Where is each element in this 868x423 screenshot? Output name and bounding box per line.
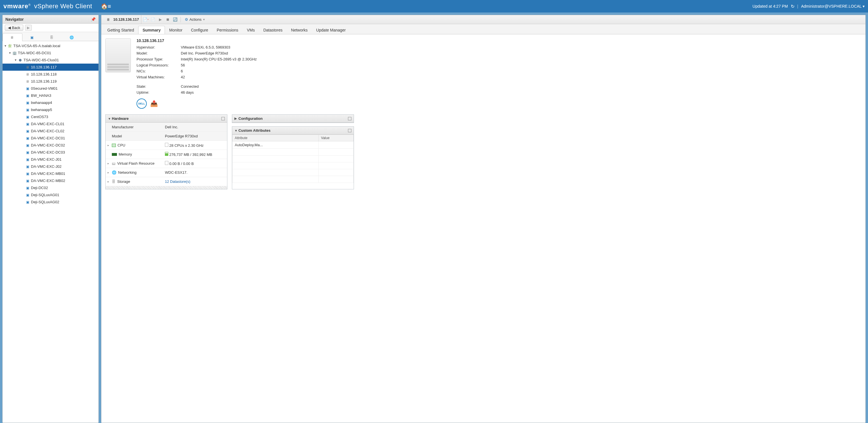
updated-text: Updated at 4:27 PM (752, 4, 788, 8)
top-banner: vmware® vSphere Web Client 🏠≡ Updated at… (0, 0, 868, 12)
brand-text: vmware (3, 3, 28, 10)
user-label: Administrator@VSPHERE.LOCAL (801, 4, 862, 8)
user-menu[interactable]: Administrator@VSPHERE.LOCAL ▾ (801, 4, 865, 8)
product-title: vSphere Web Client (34, 3, 92, 10)
refresh-icon[interactable]: ↻ (791, 4, 795, 9)
home-icon[interactable]: 🏠≡ (101, 3, 111, 10)
brand-logo: vmware® vSphere Web Client (3, 3, 92, 10)
banner-right: Updated at 4:27 PM ↻ | Administrator@VSP… (752, 4, 865, 9)
divider: | (797, 4, 799, 8)
